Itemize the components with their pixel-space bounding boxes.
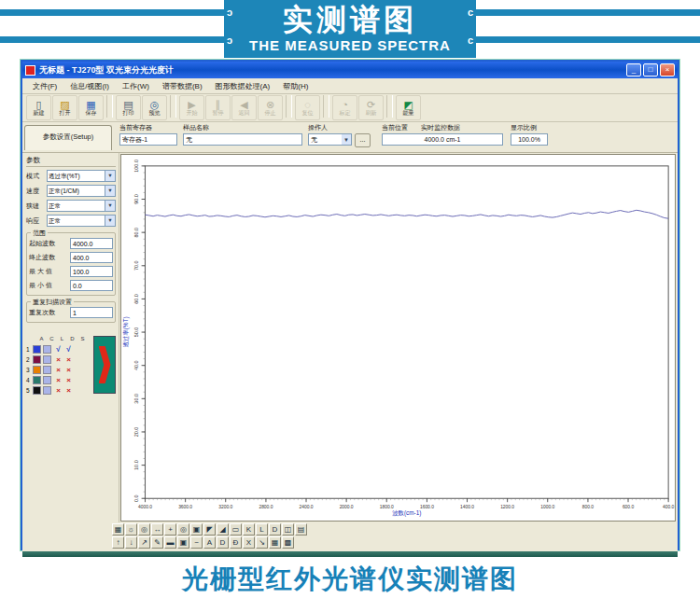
check-icon[interactable]: √ — [63, 345, 74, 355]
chevron-down-icon[interactable]: ▼ — [105, 201, 115, 211]
graph-tool-button[interactable]: D — [269, 523, 281, 536]
x-icon[interactable]: × — [53, 355, 63, 365]
spectrum-chart[interactable]: 100.090.080.070.060.050.040.030.020.010.… — [120, 154, 676, 522]
graph-tool-button[interactable]: ▩ — [282, 536, 294, 549]
toolbar-button-能量[interactable]: ◩能量 — [396, 95, 421, 120]
param-select[interactable]: 正常 ▼ — [47, 215, 116, 227]
maximize-button[interactable]: □ — [643, 63, 658, 76]
field-input[interactable]: 1 — [70, 307, 113, 318]
toolbar-button-打开[interactable]: ▨打开 — [52, 95, 77, 120]
graph-tool-button[interactable]: ▦ — [269, 536, 281, 549]
graph-tool-button[interactable]: Ð — [230, 536, 242, 549]
graph-tool-button[interactable]: D — [217, 536, 229, 549]
legend-arrow-panel[interactable] — [93, 336, 116, 394]
x-icon[interactable]: × — [53, 386, 63, 396]
chevron-down-icon[interactable]: ▼ — [105, 186, 115, 196]
banner-box: 实测谱图 THE MEASURED SPECTRA ɔ ɔ c c — [224, 0, 476, 58]
toolbar-button-开始: ▶开始 — [179, 95, 204, 120]
graph-tool-button[interactable]: ▤ — [295, 523, 307, 536]
legend-color-swatch[interactable] — [33, 386, 41, 395]
title-bar[interactable]: 无标题 - TJ270型 双光束分光光度计 _ □ × — [22, 62, 678, 78]
x-icon[interactable]: × — [63, 376, 74, 385]
param-select[interactable]: 正常(1/CM) ▼ — [47, 185, 116, 197]
current-register-field[interactable]: 寄存器-1 — [119, 133, 177, 146]
graph-tool-button[interactable]: ~ — [190, 536, 203, 549]
chevron-down-icon[interactable]: ▼ — [342, 133, 352, 146]
graph-tool-button[interactable]: ☼ — [125, 523, 137, 536]
graph-tool-button[interactable]: ✎ — [151, 536, 163, 549]
legend-secondary-swatch[interactable] — [43, 345, 51, 354]
minimize-button[interactable]: _ — [626, 63, 641, 76]
graph-tool-button[interactable]: L — [256, 523, 268, 536]
legend-color-swatch[interactable] — [33, 355, 41, 364]
graph-tool-button[interactable]: ▣ — [190, 523, 203, 536]
x-icon[interactable]: × — [63, 355, 74, 365]
graph-tool-button[interactable]: A — [203, 536, 216, 549]
graph-tool-button[interactable]: ◎ — [177, 523, 189, 536]
chevron-down-icon[interactable]: ▼ — [105, 216, 115, 226]
graph-tool-button[interactable]: + — [164, 523, 176, 536]
tab-parameter-setup[interactable]: 参数设置(Setup) — [24, 125, 112, 150]
svg-text:400.0: 400.0 — [663, 505, 674, 509]
graph-tool-button[interactable]: K — [243, 523, 255, 536]
legend-color-swatch[interactable] — [33, 345, 41, 354]
legend-secondary-swatch[interactable] — [43, 376, 51, 384]
x-icon[interactable]: × — [63, 366, 74, 375]
param-select[interactable]: 正常 ▼ — [47, 200, 116, 212]
field-input[interactable]: 400.0 — [70, 252, 113, 263]
menu-item[interactable]: 图形数据处理(A) — [209, 81, 277, 91]
menu-item[interactable]: 谱带数据(B) — [156, 81, 209, 91]
graph-tool-button[interactable]: ↘ — [256, 536, 268, 549]
check-icon[interactable]: √ — [53, 345, 63, 355]
graph-tool-button[interactable]: X — [243, 536, 255, 549]
graph-tool-button[interactable]: ↓ — [125, 536, 137, 549]
graph-tool-button[interactable]: ▦ — [112, 523, 124, 536]
graph-tool-button[interactable]: ◫ — [282, 523, 294, 536]
menu-item[interactable]: 工作(W) — [116, 81, 156, 91]
graph-tool-button[interactable]: ↔ — [151, 523, 163, 536]
menu-item[interactable]: 帮助(H) — [276, 81, 315, 91]
x-icon[interactable]: × — [53, 366, 63, 375]
legend-header: ACLDS — [26, 336, 88, 344]
graph-tool-button[interactable]: ▣ — [177, 536, 189, 549]
legend-row-index: 1 — [26, 346, 33, 353]
browse-button[interactable]: ... — [355, 133, 371, 147]
toolbar-button-新建[interactable]: ▯新建 — [26, 95, 51, 120]
graph-tool-button[interactable]: ↑ — [112, 536, 124, 549]
x-icon[interactable]: × — [53, 376, 63, 385]
operator-combo[interactable]: 无 ▼ — [308, 133, 352, 146]
field-input[interactable]: 0.0 — [70, 280, 113, 291]
legend-row[interactable]: 3×× — [26, 365, 88, 375]
x-icon[interactable]: × — [63, 386, 74, 396]
legend-row[interactable]: 4×× — [26, 375, 88, 385]
menu-item[interactable]: 文件(F) — [26, 81, 63, 91]
banner-title-cn: 实测谱图 — [224, 2, 476, 37]
graph-tool-button[interactable]: ▭ — [230, 523, 242, 536]
chevron-down-icon[interactable]: ▼ — [105, 171, 115, 181]
graph-tool-button[interactable]: ◎ — [138, 523, 150, 536]
legend-row-index: 4 — [26, 377, 33, 383]
app-window: 无标题 - TJ270型 双光束分光光度计 _ □ × 文件(F)信息/视图(I… — [21, 60, 679, 550]
legend-secondary-swatch[interactable] — [43, 355, 51, 364]
legend-row[interactable]: 1√√ — [26, 344, 88, 355]
toolbar-button-预览[interactable]: ◎预览 — [142, 95, 167, 120]
graph-tool-button[interactable]: ◤ — [203, 523, 216, 536]
toolbar-button-打印[interactable]: ▤打印 — [116, 95, 141, 120]
legend-row[interactable]: 2×× — [26, 355, 88, 365]
field-input[interactable]: 4000.0 — [70, 238, 113, 249]
legend-secondary-swatch[interactable] — [43, 386, 51, 395]
menu-item[interactable]: 信息/视图(I) — [63, 81, 116, 91]
legend-secondary-swatch[interactable] — [43, 366, 51, 374]
toolbar-button-保存[interactable]: ▦保存 — [78, 95, 104, 120]
graph-tool-button[interactable]: ▬ — [164, 536, 176, 549]
repeat-scan-group: 重复扫描设置 重复次数 1 — [26, 301, 116, 323]
legend-color-swatch[interactable] — [33, 366, 41, 374]
close-button[interactable]: × — [660, 63, 675, 76]
graph-tool-button[interactable]: ↗ — [138, 536, 150, 549]
graph-tool-button[interactable]: ◢ — [217, 523, 229, 536]
field-input[interactable]: 100.0 — [70, 266, 113, 277]
sample-name-field[interactable]: 无 — [183, 133, 302, 146]
legend-color-swatch[interactable] — [33, 376, 41, 384]
legend-row[interactable]: 5×× — [26, 385, 88, 396]
param-select[interactable]: 透过率(%T) ▼ — [47, 170, 116, 182]
